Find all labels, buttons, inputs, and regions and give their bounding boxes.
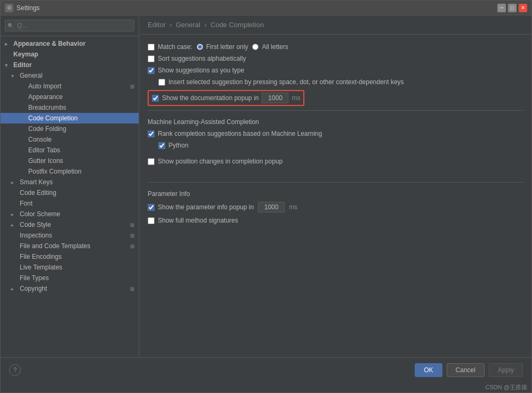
badge-file-code-templates: ⊞ [130,243,134,249]
apply-button[interactable]: Apply [489,363,523,377]
window-title: Settings [17,4,494,12]
param-popup-label[interactable]: Show the parameter info popup in [148,203,254,211]
sidebar-item-color-scheme[interactable]: ▸Color Scheme [1,209,139,219]
first-letter-radio[interactable] [197,44,203,50]
doc-popup-value-input[interactable] [262,93,288,103]
param-popup-checkbox[interactable] [148,204,155,211]
window-controls: ─ □ ✕ [497,4,527,12]
rank-completion-checkbox[interactable] [148,130,155,137]
sidebar-item-appearance-behavior[interactable]: ▸Appearance & Behavior [1,38,139,49]
sidebar-item-general[interactable]: ▾General [1,70,139,81]
sidebar-item-gutter-icons[interactable]: Gutter Icons [1,155,139,166]
all-letters-radio[interactable] [252,44,259,50]
sidebar-item-font[interactable]: Font [1,198,139,209]
minimize-button[interactable]: ─ [497,4,506,12]
sidebar-label-appearance: Appearance [28,93,63,101]
position-changes-label[interactable]: Show position changes in completion popu… [148,158,283,165]
sidebar-item-code-style[interactable]: ▸Code Style⊞ [1,219,139,230]
match-case-row: Match case: First letter only All letter… [148,43,523,51]
sidebar-item-live-templates[interactable]: Live Templates [1,262,139,273]
doc-popup-checkbox[interactable] [152,95,159,102]
sidebar-item-appearance[interactable]: Appearance [1,92,139,102]
window-body: ▸Appearance & BehaviorKeymap▾Editor▾Gene… [1,15,531,357]
sidebar-item-file-encodings[interactable]: File Encodings [1,251,139,262]
sidebar-item-file-types[interactable]: File Types [1,273,139,283]
expand-arrow-copyright: ▸ [11,286,18,292]
doc-popup-row: Show the documentation popup in ms [148,90,523,106]
insert-suggestion-checkbox[interactable] [158,79,165,86]
ml-section-divider [148,110,523,111]
expand-arrow-code-style: ▸ [11,222,18,228]
sidebar-label-auto-import: Auto Import [28,83,61,90]
expand-arrow-color-scheme: ▸ [11,211,18,217]
settings-tree: ▸Appearance & BehaviorKeymap▾Editor▾Gene… [1,36,139,357]
match-case-label[interactable]: Match case: [148,43,192,51]
footer-actions: OK Cancel Apply [415,363,523,377]
sidebar-item-code-folding[interactable]: Code Folding [1,124,139,134]
close-button[interactable]: ✕ [519,4,527,12]
first-letter-label[interactable]: First letter only [197,43,248,51]
badge-inspections: ⊞ [130,233,134,239]
all-letters-label[interactable]: All letters [252,43,288,51]
full-method-sig-row: Show full method signatures [148,217,523,224]
sidebar-label-color-scheme: Color Scheme [20,210,60,218]
sidebar-label-code-style: Code Style [20,221,51,228]
main-content: Editor › General › Code Completion Match… [139,15,531,357]
python-checkbox[interactable] [158,142,165,149]
sidebar-item-editor[interactable]: ▾Editor [1,60,139,70]
sidebar-item-code-editing[interactable]: Code Editing [1,187,139,198]
position-changes-checkbox[interactable] [148,158,155,165]
match-case-checkbox[interactable] [148,44,155,51]
full-method-sig-label[interactable]: Show full method signatures [148,217,238,224]
sidebar-item-code-completion[interactable]: Code Completion [1,113,139,124]
sidebar-label-smart-keys: Smart Keys [20,178,53,186]
expand-arrow-general: ▾ [11,73,18,79]
param-popup-unit: ms [289,203,297,211]
insert-suggestion-label[interactable]: Insert selected suggestion by pressing s… [158,78,404,86]
sidebar-label-breadcrumbs: Breadcrumbs [28,104,66,111]
sort-suggestions-checkbox[interactable] [148,55,155,62]
show-suggestions-checkbox[interactable] [148,67,155,74]
doc-popup-label: Show the documentation popup in [162,94,259,102]
sidebar-item-file-code-templates[interactable]: File and Code Templates⊞ [1,241,139,251]
sidebar-item-editor-tabs[interactable]: Editor Tabs [1,145,139,155]
sidebar-label-file-code-templates: File and Code Templates [20,242,91,250]
sidebar-item-console[interactable]: Console [1,134,139,145]
ok-button[interactable]: OK [415,363,442,377]
maximize-button[interactable]: □ [508,4,517,12]
python-label[interactable]: Python [158,142,188,149]
sidebar-item-smart-keys[interactable]: ▸Smart Keys [1,177,139,187]
sidebar-item-postfix-completion[interactable]: Postfix Completion [1,166,139,177]
show-suggestions-label[interactable]: Show suggestions as you type [148,67,244,74]
param-popup-row: Show the parameter info popup in ms [148,202,523,212]
sidebar-item-auto-import[interactable]: Auto Import⊞ [1,81,139,92]
ml-section-header: Machine Learning-Assisted Completion [148,118,523,126]
sidebar-item-copyright[interactable]: ▸Copyright⊞ [1,283,139,294]
sidebar-label-general: General [20,72,43,79]
insert-suggestion-row: Insert selected suggestion by pressing s… [148,78,523,86]
sidebar-label-file-types: File Types [20,274,49,282]
sort-suggestions-label[interactable]: Sort suggestions alphabetically [148,55,246,62]
param-popup-value-input[interactable] [258,202,285,212]
search-input[interactable] [5,20,134,31]
sidebar-label-gutter-icons: Gutter Icons [28,157,63,165]
sidebar-item-inspections[interactable]: Inspections⊞ [1,230,139,241]
rank-completion-label[interactable]: Rank completion suggestions based on Mac… [148,130,322,137]
param-section-divider [148,182,523,183]
sidebar-label-editor-tabs: Editor Tabs [28,146,60,154]
sidebar-label-appearance-behavior: Appearance & Behavior [13,40,85,47]
content-area: Match case: First letter only All letter… [139,35,531,357]
sidebar-item-keymap[interactable]: Keymap [1,49,139,60]
sidebar: ▸Appearance & BehaviorKeymap▾Editor▾Gene… [1,15,139,357]
sidebar-item-breadcrumbs[interactable]: Breadcrumbs [1,102,139,113]
badge-copyright: ⊞ [130,286,134,292]
sidebar-label-keymap: Keymap [13,51,38,58]
full-method-sig-checkbox[interactable] [148,217,155,224]
help-button[interactable]: ? [9,364,21,376]
settings-window: ⚙ Settings ─ □ ✕ ▸Appearance & BehaviorK… [0,0,532,393]
expand-arrow-editor: ▾ [5,62,11,68]
doc-popup-unit: ms [292,94,300,102]
cancel-button[interactable]: Cancel [447,363,485,377]
badge-code-style: ⊞ [130,222,134,228]
sidebar-label-live-templates: Live Templates [20,264,62,271]
